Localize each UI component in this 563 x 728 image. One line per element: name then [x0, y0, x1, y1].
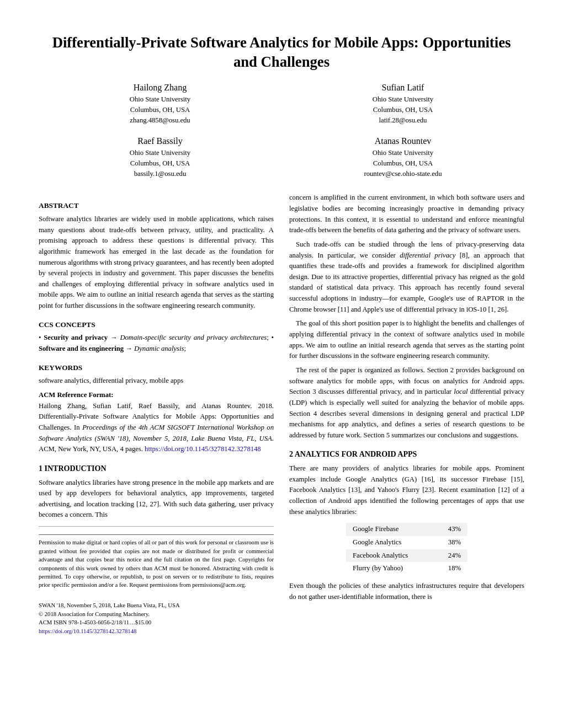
author-3-name: Raef Bassily	[39, 135, 282, 148]
analytics-library-name: Google Analytics	[346, 536, 434, 549]
ccs-heading: CCS CONCEPTS	[39, 319, 274, 331]
analytics-library-pct: 24%	[434, 549, 468, 563]
abstract-text: Software analytics libraries are widely …	[39, 214, 274, 312]
author-3: Raef Bassily Ohio State University Colum…	[39, 135, 282, 179]
keywords-text: software analytics, differential privacy…	[39, 376, 274, 387]
author-3-affil2: Columbus, OH, USA	[39, 158, 282, 169]
acm-doi-link[interactable]: https://doi.org/10.1145/3278142.3278148	[145, 445, 261, 453]
acm-ref-text: Hailong Zhang, Sufian Latif, Raef Bassil…	[39, 402, 274, 453]
author-4-affil1: Ohio State University	[282, 148, 524, 158]
author-4-email: rountev@cse.ohio-state.edu	[282, 169, 524, 179]
analytics-table-row: Facebook Analytics24%	[346, 549, 468, 563]
analytics-library-name: Facebook Analytics	[346, 549, 434, 563]
analytics-table-row: Flurry (by Yahoo)18%	[346, 562, 468, 575]
title-section: Differentially-Private Software Analytic…	[39, 33, 524, 179]
author-4-name: Atanas Rountev	[282, 135, 524, 148]
footnote-swan: SWAN '18, November 5, 2018, Lake Buena V…	[39, 593, 274, 635]
analytics-library-name: Google Firebase	[346, 523, 434, 536]
author-4-affil2: Columbus, OH, USA	[282, 158, 524, 169]
author-3-affil1: Ohio State University	[39, 148, 282, 158]
section1-text: Software analytics libraries have strong…	[39, 478, 274, 521]
section2-text2: Even though the policies of these analyt…	[289, 581, 524, 602]
author-1: Hailong Zhang Ohio State University Colu…	[39, 81, 282, 126]
analytics-table-row: Google Analytics38%	[346, 536, 468, 549]
author-1-email: zhang.4858@osu.edu	[39, 115, 282, 126]
paper-title: Differentially-Private Software Analytic…	[39, 33, 524, 71]
footnote-area: Permission to make digital or hard copie…	[39, 534, 274, 635]
analytics-table: Google Firebase43%Google Analytics38%Fac…	[346, 523, 468, 575]
author-3-email: bassily.1@osu.edu	[39, 169, 282, 179]
author-2-affil1: Ohio State University	[282, 94, 524, 105]
body-columns: ABSTRACT Software analytics libraries ar…	[39, 192, 524, 639]
footnote-permission: Permission to make digital or hard copie…	[39, 538, 274, 590]
page: Differentially-Private Software Analytic…	[0, 0, 563, 728]
author-1-name: Hailong Zhang	[39, 81, 282, 94]
abstract-right-p2: Such trade-offs can be studied through t…	[289, 239, 524, 315]
section1-heading: 1 INTRODUCTION	[39, 463, 274, 475]
footnote-divider	[39, 526, 274, 527]
author-2: Sufian Latif Ohio State University Colum…	[282, 81, 524, 126]
analytics-library-pct: 18%	[434, 562, 468, 575]
analytics-library-pct: 43%	[434, 523, 468, 536]
section2-heading: 2 ANALYTICS FOR ANDROID APPS	[289, 448, 524, 461]
keywords-heading: KEYWORDS	[39, 362, 274, 374]
analytics-table-row: Google Firebase43%	[346, 523, 468, 536]
abstract-right-p3: The goal of this short position paper is…	[289, 318, 524, 362]
author-4: Atanas Rountev Ohio State University Col…	[282, 135, 524, 179]
author-1-affil1: Ohio State University	[39, 94, 282, 105]
abstract-right-p4: The rest of the paper is organized as fo…	[289, 365, 524, 441]
right-column: concern is amplified in the current envi…	[289, 192, 524, 639]
abstract-right-p1: concern is amplified in the current envi…	[289, 192, 524, 236]
author-2-affil2: Columbus, OH, USA	[282, 105, 524, 115]
author-1-affil2: Columbus, OH, USA	[39, 105, 282, 115]
analytics-library-pct: 38%	[434, 536, 468, 549]
author-2-email: latif.28@osu.edu	[282, 115, 524, 126]
authors-grid: Hailong Zhang Ohio State University Colu…	[39, 81, 524, 179]
footnote-doi-link[interactable]: https://doi.org/10.1145/3278142.3278148	[39, 628, 136, 634]
left-column: ABSTRACT Software analytics libraries ar…	[39, 192, 274, 639]
section2-text1: There are many providers of analytics li…	[289, 463, 524, 517]
abstract-heading: ABSTRACT	[39, 200, 274, 212]
acm-ref-label: ACM Reference Format: Hailong Zhang, Suf…	[39, 390, 274, 455]
analytics-library-name: Flurry (by Yahoo)	[346, 562, 434, 575]
ccs-text: • Security and privacy → Domain-specific…	[39, 333, 274, 354]
author-2-name: Sufian Latif	[282, 81, 524, 94]
